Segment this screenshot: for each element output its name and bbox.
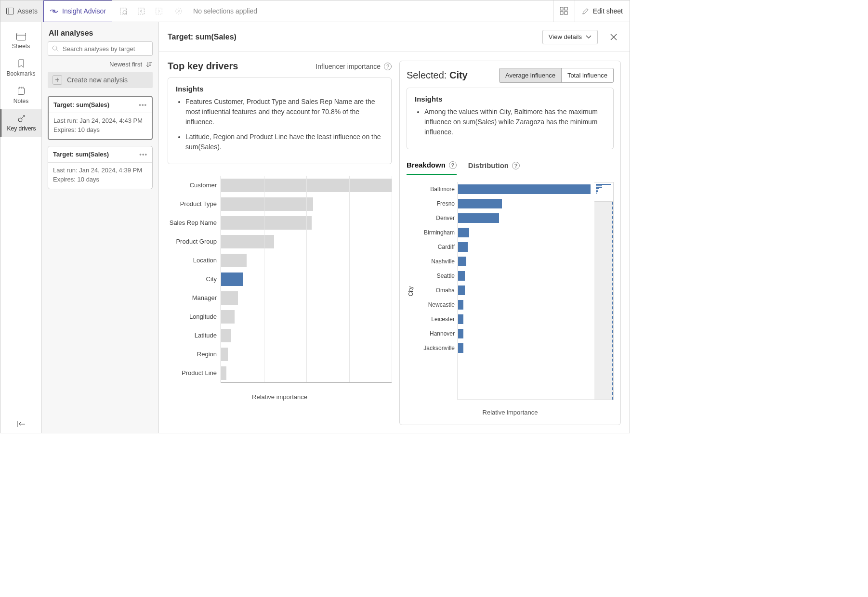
bookmark-icon: [18, 59, 25, 68]
bar-label: Jacksonville: [415, 341, 458, 355]
tab-breakdown-label: Breakdown: [407, 161, 446, 169]
bar[interactable]: [221, 197, 313, 211]
bar-label: Product Group: [168, 232, 221, 251]
bar-label: Longitude: [168, 307, 221, 326]
search-analyses-field[interactable]: [62, 45, 148, 53]
bar[interactable]: [458, 213, 499, 223]
notes-icon: [17, 87, 25, 95]
card-menu-button[interactable]: •••: [139, 151, 147, 158]
svg-point-25: [53, 46, 57, 50]
tab-distribution[interactable]: Distribution ?: [468, 157, 520, 174]
bar[interactable]: [221, 310, 235, 324]
rail-sheets-label: Sheets: [12, 43, 30, 50]
bar[interactable]: [458, 184, 591, 194]
tab-breakdown[interactable]: Breakdown ?: [407, 157, 457, 175]
smart-search-icon[interactable]: [118, 6, 129, 16]
bar-label: Sales Rep Name: [168, 213, 221, 232]
insight-label: Insight Advisor: [62, 7, 106, 15]
bar[interactable]: [221, 216, 312, 230]
assets-button[interactable]: Assets: [0, 0, 44, 22]
bar[interactable]: [458, 286, 465, 295]
insight-icon: [50, 8, 58, 14]
selected-title: Selected: City: [407, 70, 499, 81]
breakdown-y-label: City: [408, 286, 414, 296]
selection-tools: No selections applied: [112, 0, 257, 22]
grid-view-button[interactable]: [553, 0, 575, 22]
selection-back-icon[interactable]: [136, 6, 146, 16]
analysis-card[interactable]: Target: sum(Sales) ••• Last run: Jan 24,…: [48, 96, 153, 140]
toggle-avg-influence[interactable]: Average influence: [500, 68, 561, 82]
bar[interactable]: [221, 366, 226, 380]
plus-icon: +: [53, 75, 62, 85]
view-details-button[interactable]: View details: [542, 30, 598, 44]
bar-label: Customer: [168, 176, 221, 195]
bar-label: Fresno: [415, 196, 458, 211]
insight-item: Features Customer, Product Type and Sale…: [185, 97, 383, 127]
close-icon: [610, 34, 617, 40]
help-icon[interactable]: ?: [384, 63, 392, 70]
bar-label: Baltimore: [415, 182, 458, 196]
bar-label: Cardiff: [415, 240, 458, 254]
create-analysis-label: Create new analysis: [67, 76, 128, 84]
rail-sheets[interactable]: Sheets: [0, 28, 41, 54]
bar-label: Latitude: [168, 326, 221, 345]
bar-label: Birmingham: [415, 225, 458, 240]
bar[interactable]: [221, 235, 274, 248]
bar-label: Leicester: [415, 312, 458, 326]
insight-advisor-button[interactable]: Insight Advisor: [43, 0, 112, 22]
rail-collapse-button[interactable]: [0, 415, 41, 433]
breakdown-chart[interactable]: City BaltimoreFresnoDenverBirminghamCard…: [407, 182, 614, 400]
svg-rect-14: [565, 12, 567, 14]
bar[interactable]: [458, 343, 463, 353]
rail-bookmarks[interactable]: Bookmarks: [0, 54, 41, 82]
bar[interactable]: [458, 329, 463, 338]
bar[interactable]: [221, 254, 247, 267]
create-analysis-button[interactable]: + Create new analysis: [48, 72, 153, 88]
close-button[interactable]: [606, 30, 621, 44]
bar-label: Location: [168, 251, 221, 270]
bar[interactable]: [221, 291, 238, 305]
bar[interactable]: [221, 273, 243, 286]
bar-label: City: [168, 270, 221, 288]
rail-key-drivers-label: Key drivers: [7, 125, 36, 132]
bar-label: Product Type: [168, 195, 221, 213]
analysis-card-title: Target: sum(Sales): [53, 101, 109, 108]
analysis-card[interactable]: Target: sum(Sales) ••• Last run: Jan 24,…: [48, 146, 153, 189]
view-details-label: View details: [549, 33, 582, 40]
selection-forward-icon[interactable]: [154, 6, 164, 16]
key-drivers-chart[interactable]: CustomerProduct TypeSales Rep NameProduc…: [168, 176, 392, 401]
bar[interactable]: [458, 271, 465, 281]
toggle-total-influence[interactable]: Total influence: [561, 68, 613, 82]
rail-key-drivers[interactable]: Key drivers: [0, 109, 41, 137]
insights-title: Insights: [176, 85, 383, 93]
bar-label: Region: [168, 345, 221, 363]
svg-rect-0: [7, 8, 14, 14]
bar[interactable]: [458, 242, 468, 252]
bar[interactable]: [458, 228, 469, 237]
bar-label: Denver: [415, 211, 458, 225]
card-menu-button[interactable]: •••: [139, 101, 147, 108]
svg-point-4: [123, 11, 126, 14]
bar[interactable]: [458, 300, 463, 310]
assets-label: Assets: [17, 7, 38, 15]
edit-sheet-button[interactable]: Edit sheet: [575, 0, 630, 22]
bar[interactable]: [221, 348, 228, 361]
bar-label: Omaha: [415, 283, 458, 298]
clear-selections-icon[interactable]: [173, 6, 184, 16]
sort-dropdown[interactable]: Newest first: [42, 56, 158, 70]
bar[interactable]: [458, 199, 502, 208]
search-analyses-input[interactable]: [48, 41, 153, 56]
bar[interactable]: [458, 314, 463, 324]
insights-panel: Insights Features Customer, Product Type…: [168, 78, 392, 164]
spark-overview[interactable]: [594, 182, 614, 400]
selected-label: Selected:: [407, 70, 447, 80]
help-icon[interactable]: ?: [449, 161, 457, 169]
chart-x-axis-label: Relative importance: [168, 393, 392, 401]
rail-notes[interactable]: Notes: [0, 82, 41, 109]
svg-rect-15: [16, 33, 26, 40]
help-icon[interactable]: ?: [512, 162, 520, 169]
bar[interactable]: [221, 329, 231, 342]
rail-notes-label: Notes: [13, 98, 28, 104]
bar[interactable]: [458, 257, 466, 266]
analysis-card-title: Target: sum(Sales): [53, 151, 109, 158]
